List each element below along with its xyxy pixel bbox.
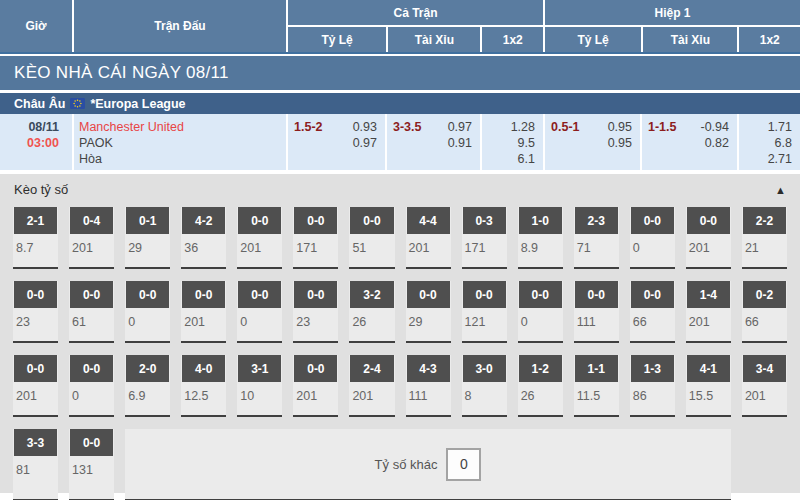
- column-group-first-half: Hiệp 1 Tỷ Lệ Tài Xỉu 1x2: [543, 0, 800, 52]
- score-option-button[interactable]: 1-2: [519, 355, 562, 382]
- score-cell: 0-00: [518, 281, 563, 343]
- half-1x2-cell[interactable]: 1.71 6.8 2.71: [737, 114, 800, 170]
- score-option-button[interactable]: 4-1: [687, 355, 730, 382]
- half-handicap-odd-away[interactable]: 0.95: [608, 135, 632, 151]
- score-option-button[interactable]: 4-4: [407, 207, 450, 234]
- score-option-button[interactable]: 4-0: [182, 355, 225, 382]
- score-cell: 0-00: [237, 281, 282, 343]
- full-handicap-odd-home[interactable]: 0.93: [353, 119, 377, 135]
- score-option-button[interactable]: 0-0: [631, 281, 674, 308]
- half-overunder-cell[interactable]: 1-1.5 -0.94 0.82: [640, 114, 737, 170]
- score-option-button[interactable]: 0-0: [14, 355, 57, 382]
- score-option-button[interactable]: 1-1: [575, 355, 618, 382]
- score-odds-value: 121: [462, 308, 507, 329]
- half-handicap-line: 0.5-1: [551, 119, 580, 170]
- group-header-first-half: Hiệp 1: [545, 0, 800, 27]
- full-overunder-odd-over[interactable]: 0.97: [448, 119, 472, 135]
- home-team-link[interactable]: Manchester United: [79, 119, 286, 135]
- half-overunder-odd-under[interactable]: 0.82: [701, 135, 730, 151]
- score-option-button[interactable]: 0-0: [350, 207, 393, 234]
- score-option-button[interactable]: 0-0: [70, 355, 113, 382]
- full-overunder-odd-under[interactable]: 0.91: [448, 135, 472, 151]
- league-row[interactable]: Châu Âu *Europa League: [0, 93, 800, 114]
- subheader-full-overunder: Tài Xỉu: [386, 27, 480, 52]
- subheader-half-1x2: 1x2: [737, 27, 800, 52]
- score-option-button[interactable]: 0-0: [238, 207, 281, 234]
- score-odds-value: 201: [237, 234, 282, 255]
- score-odds-value: 0: [69, 382, 114, 403]
- score-option-button[interactable]: 0-0: [70, 429, 113, 456]
- full-1x2-draw[interactable]: 6.1: [482, 151, 535, 167]
- score-odds-value: 21: [742, 234, 787, 255]
- match-row: 08/11 03:00 Manchester United PAOK Hòa 1…: [0, 114, 800, 170]
- score-option-button[interactable]: 3-2: [350, 281, 393, 308]
- score-odds-value: 0: [125, 308, 170, 329]
- score-option-button[interactable]: 0-3: [463, 207, 506, 234]
- score-odds-value: 201: [349, 382, 394, 403]
- score-cell: 0-3171: [462, 207, 507, 269]
- full-1x2-away[interactable]: 9.5: [482, 135, 535, 151]
- score-option-button[interactable]: 2-1: [14, 207, 57, 234]
- collapse-arrow-icon[interactable]: ▲: [775, 184, 786, 196]
- score-option-button[interactable]: 1-0: [519, 207, 562, 234]
- score-odds-value: 15.5: [686, 382, 731, 403]
- full-handicap-odd-away[interactable]: 0.97: [353, 135, 377, 151]
- score-option-button[interactable]: 1-4: [687, 281, 730, 308]
- score-option-button[interactable]: 4-3: [407, 355, 450, 382]
- half-1x2-home[interactable]: 1.71: [739, 119, 792, 135]
- score-cell: 0-00: [630, 207, 675, 269]
- half-handicap-cell[interactable]: 0.5-1 0.95 0.95: [543, 114, 640, 170]
- score-option-button[interactable]: 0-4: [70, 207, 113, 234]
- score-option-button[interactable]: 3-0: [463, 355, 506, 382]
- score-option-button[interactable]: 0-0: [14, 281, 57, 308]
- score-option-button[interactable]: 0-0: [294, 207, 337, 234]
- away-team-link[interactable]: PAOK: [79, 135, 286, 151]
- match-time: 03:00: [0, 135, 59, 151]
- score-option-button[interactable]: 0-2: [743, 281, 786, 308]
- score-option-button[interactable]: 0-0: [687, 207, 730, 234]
- score-option-button[interactable]: 2-0: [126, 355, 169, 382]
- score-option-button[interactable]: 0-0: [294, 355, 337, 382]
- half-handicap-odd-home[interactable]: 0.95: [608, 119, 632, 135]
- score-cell: 1-386: [630, 355, 675, 417]
- other-score-input[interactable]: 0: [446, 448, 481, 481]
- score-odds-value: 8.7: [13, 234, 58, 255]
- full-handicap-line: 1.5-2: [294, 119, 323, 170]
- full-handicap-cell[interactable]: 1.5-2 0.93 0.97: [286, 114, 385, 170]
- score-option-button[interactable]: 0-0: [294, 281, 337, 308]
- score-option-button[interactable]: 0-0: [463, 281, 506, 308]
- score-option-button[interactable]: 3-1: [238, 355, 281, 382]
- score-option-button[interactable]: 0-0: [575, 281, 618, 308]
- score-odds-value: 201: [69, 234, 114, 255]
- score-option-button[interactable]: 1-3: [631, 355, 674, 382]
- match-datetime: 08/11 03:00: [0, 114, 72, 170]
- score-option-button[interactable]: 0-0: [631, 207, 674, 234]
- score-option-button[interactable]: 3-4: [743, 355, 786, 382]
- score-odds-value: 201: [686, 234, 731, 255]
- score-option-button[interactable]: 0-0: [126, 281, 169, 308]
- subheader-full-1x2: 1x2: [480, 27, 543, 52]
- full-1x2-home[interactable]: 1.28: [482, 119, 535, 135]
- score-cell: 2-18.7: [13, 207, 58, 269]
- score-option-button[interactable]: 2-2: [743, 207, 786, 234]
- score-odds-value: 131: [69, 456, 114, 477]
- score-cell: 0-0201: [13, 355, 58, 417]
- half-1x2-draw[interactable]: 2.71: [739, 151, 792, 167]
- score-option-button[interactable]: 2-3: [575, 207, 618, 234]
- score-option-button[interactable]: 0-0: [519, 281, 562, 308]
- half-overunder-odd-over[interactable]: -0.94: [701, 119, 730, 135]
- score-option-button[interactable]: 2-4: [350, 355, 393, 382]
- score-option-button[interactable]: 0-1: [126, 207, 169, 234]
- score-option-button[interactable]: 0-0: [238, 281, 281, 308]
- score-option-button[interactable]: 3-3: [14, 429, 57, 456]
- half-1x2-away[interactable]: 6.8: [739, 135, 792, 151]
- score-option-button[interactable]: 0-0: [70, 281, 113, 308]
- score-option-button[interactable]: 4-2: [182, 207, 225, 234]
- score-option-button[interactable]: 0-0: [182, 281, 225, 308]
- score-option-button[interactable]: 0-0: [407, 281, 450, 308]
- full-1x2-cell[interactable]: 1.28 9.5 6.1: [480, 114, 543, 170]
- score-odds-value: 0: [518, 308, 563, 329]
- full-overunder-cell[interactable]: 3-3.5 0.97 0.91: [385, 114, 480, 170]
- score-odds-value: 8.9: [518, 234, 563, 255]
- league-region: Châu Âu: [14, 97, 65, 111]
